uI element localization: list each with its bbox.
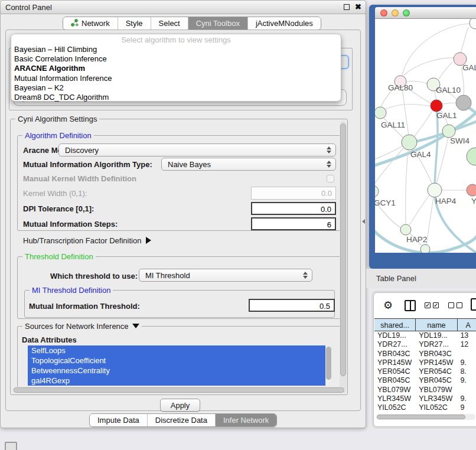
kernel-width-field[interactable]: 0.0 bbox=[251, 187, 336, 200]
dpi-tolerance-field[interactable]: 0.0 bbox=[251, 202, 336, 215]
table-row[interactable]: YDR27...YDR27...12 bbox=[374, 340, 476, 349]
svg-text:GAL1: GAL1 bbox=[436, 111, 457, 120]
unchecked-checkbox-icon[interactable] bbox=[457, 302, 462, 308]
zoom-traffic-light-icon[interactable] bbox=[403, 9, 410, 17]
node[interactable] bbox=[420, 244, 430, 253]
table-row[interactable]: YBR045CYBR045C9. bbox=[374, 376, 476, 385]
table-row[interactable]: YLR345WYLR345W9. bbox=[374, 394, 476, 403]
dropdown-option[interactable]: Mutual Information Inference bbox=[11, 74, 341, 83]
table-panel-title: Table Panel bbox=[376, 274, 416, 283]
mi-threshold-field[interactable]: 0.5 bbox=[249, 299, 335, 312]
node[interactable] bbox=[470, 19, 476, 29]
collapse-down-icon bbox=[132, 324, 139, 328]
node-gal1[interactable] bbox=[431, 100, 442, 112]
table-row[interactable]: YIL052CYIL052C9 bbox=[374, 403, 476, 412]
control-panel-title: Control Panel bbox=[5, 3, 52, 12]
svg-text:GAL11: GAL11 bbox=[381, 120, 405, 129]
mi-steps-label: Mutual Information Steps: bbox=[23, 220, 118, 229]
manual-kernel-checkbox[interactable] bbox=[327, 175, 334, 182]
unchecked-checkbox-icon[interactable] bbox=[448, 302, 454, 308]
split-columns-icon[interactable] bbox=[405, 300, 416, 311]
node-gal11[interactable] bbox=[375, 107, 386, 119]
node-gray[interactable] bbox=[456, 95, 471, 110]
data-attributes-list[interactable]: SelfLoops TopologicalCoefficient Between… bbox=[28, 345, 325, 386]
float-window-icon[interactable] bbox=[344, 4, 350, 10]
dropdown-placeholder: Select algorithm to view settings bbox=[11, 35, 341, 45]
list-item[interactable]: SelfLoops bbox=[28, 345, 325, 356]
minimize-traffic-light-icon[interactable] bbox=[392, 9, 399, 17]
combo-arrows-icon bbox=[327, 161, 331, 168]
close-traffic-light-icon[interactable] bbox=[380, 9, 387, 17]
collapsed-panel-icon[interactable] bbox=[5, 442, 17, 450]
tab-infer-network[interactable]: Infer Network bbox=[216, 414, 276, 426]
table-header-row: shared... name A bbox=[374, 318, 476, 331]
tab-jactivemnodules[interactable]: jActiveMNodules bbox=[248, 17, 321, 30]
checked-checkbox-icon[interactable]: ✓ bbox=[433, 302, 439, 308]
mi-threshold-title: MI Threshold Definition bbox=[30, 286, 113, 295]
file-icon[interactable] bbox=[471, 298, 476, 311]
node-gcy1[interactable] bbox=[375, 185, 379, 197]
svg-text:SWI4: SWI4 bbox=[450, 136, 470, 145]
table-row[interactable]: YBR043CYBR043C bbox=[374, 350, 476, 358]
combo-arrows-icon bbox=[303, 272, 308, 279]
sources-title[interactable]: Sources for Network Inference bbox=[22, 322, 142, 331]
tab-network[interactable]: Network bbox=[63, 17, 118, 30]
attributes-vertical-scrollbar[interactable] bbox=[326, 347, 331, 384]
graph-node-labels: GAL GAL80 GAL10 GAL1 GAL11 GAL4 SWI4 GCY… bbox=[375, 63, 476, 244]
column-header-shared-name[interactable]: shared... bbox=[374, 319, 416, 331]
tab-discretize-data[interactable]: Discretize Data bbox=[148, 414, 216, 426]
list-item[interactable]: TopologicalCoefficient bbox=[28, 356, 325, 366]
node-salmon[interactable] bbox=[467, 184, 476, 196]
column-header-partial[interactable]: A bbox=[458, 319, 476, 331]
panel-splitter-arrow[interactable] bbox=[362, 219, 365, 224]
table-row[interactable]: YER054CYER054C8. bbox=[374, 367, 476, 376]
table-panel-titlebar[interactable]: Table Panel bbox=[366, 269, 476, 288]
which-threshold-label: Which threshold to use: bbox=[50, 272, 138, 281]
dropdown-option[interactable]: Dream8 DC_TDC Algorithm bbox=[11, 93, 341, 102]
tab-impute-data[interactable]: Impute Data bbox=[90, 414, 148, 426]
dropdown-option[interactable]: Basic Correlation Inference bbox=[11, 54, 341, 64]
svg-text:GAL: GAL bbox=[462, 63, 476, 72]
tab-style[interactable]: Style bbox=[118, 17, 151, 30]
control-panel-titlebar[interactable]: Control Panel ✖ bbox=[1, 1, 366, 14]
dropdown-option-highlighted[interactable]: ARACNE Algorithm bbox=[11, 64, 341, 73]
dropdown-option[interactable]: Bayesian – Hill Climbing bbox=[11, 45, 341, 54]
tab-select[interactable]: Select bbox=[151, 17, 188, 30]
apply-button[interactable]: Apply bbox=[160, 399, 200, 412]
gear-icon[interactable]: ⚙ bbox=[383, 299, 393, 312]
table-row[interactable]: YBL079WYBL079W bbox=[374, 386, 476, 394]
node-right-big[interactable] bbox=[467, 148, 476, 165]
network-graph-canvas[interactable]: GAL GAL80 GAL10 GAL1 GAL11 GAL4 SWI4 GCY… bbox=[375, 19, 476, 253]
node-hap4[interactable] bbox=[428, 183, 442, 197]
expand-right-icon bbox=[146, 237, 151, 244]
node-table: shared... name A YDL19...YDL19...13 YDR2… bbox=[374, 318, 476, 413]
dropdown-option[interactable]: Bayesian – K2 bbox=[11, 83, 341, 93]
table-panel-card: ⚙ ✓ ✓ shared... name A YDL19...YDL19...1… bbox=[373, 292, 476, 427]
settings-vertical-scrollbar[interactable] bbox=[340, 121, 347, 390]
mi-type-label: Mutual Information Algorithm Type: bbox=[23, 160, 152, 169]
network-window-titlebar[interactable] bbox=[375, 7, 476, 19]
node-hap2[interactable] bbox=[400, 224, 411, 235]
node-gal4[interactable] bbox=[402, 135, 417, 150]
which-threshold-combobox[interactable]: MI Threshold bbox=[139, 269, 312, 282]
tab-cyni-toolbox[interactable]: Cyni Toolbox bbox=[188, 17, 248, 30]
settings-horizontal-scrollbar[interactable] bbox=[12, 387, 347, 393]
control-panel-tabbar: Network Style Select Cyni Toolbox jActiv… bbox=[63, 17, 321, 30]
mi-type-combobox[interactable]: Naive Bayes bbox=[161, 158, 336, 171]
algorithm-dropdown-list: Select algorithm to view settings Bayesi… bbox=[11, 34, 341, 102]
close-icon[interactable]: ✖ bbox=[355, 2, 361, 11]
list-item[interactable]: gal4RGexp bbox=[28, 376, 325, 386]
table-row[interactable]: YDL19...YDL19...13 bbox=[374, 331, 476, 340]
checked-checkbox-icon[interactable]: ✓ bbox=[425, 302, 431, 308]
table-row[interactable]: YPR145WYPR145W9. bbox=[374, 358, 476, 367]
dpi-tolerance-label: DPI Tolerance [0,1]: bbox=[23, 204, 94, 213]
column-header-name[interactable]: name bbox=[416, 319, 457, 331]
list-item[interactable]: BetweennessCentrality bbox=[28, 366, 325, 376]
aracne-mode-combobox[interactable]: Discovery bbox=[58, 144, 336, 156]
svg-text:GAL4: GAL4 bbox=[410, 150, 431, 159]
node-swi4[interactable] bbox=[442, 125, 455, 138]
hub-definition-expander[interactable]: Hub/Transcription Factor Definition bbox=[23, 236, 151, 245]
mi-steps-field[interactable]: 6 bbox=[251, 217, 336, 230]
mi-threshold-label: Mutual Information Threshold: bbox=[29, 302, 140, 311]
table-horizontal-scrollbar[interactable] bbox=[376, 414, 475, 420]
